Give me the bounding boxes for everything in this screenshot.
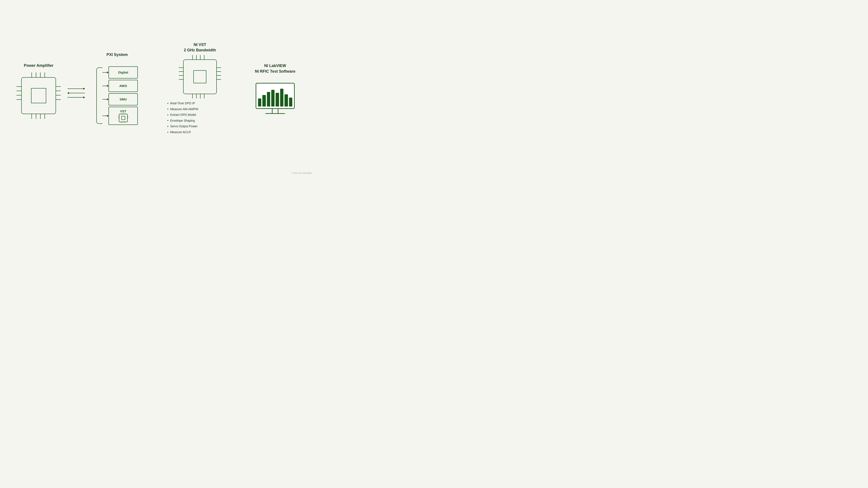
vst-pin-l2 [118, 118, 119, 118]
vst-bot-pin-2 [196, 94, 196, 98]
vst-pin-b3 [125, 122, 125, 123]
monitor-stand-top [272, 109, 278, 113]
bar-1 [258, 98, 261, 106]
ni-vst-section: NI VST 2 GHz Bandwidth [167, 42, 228, 135]
feature-extract-dpd: Extract DPD Model [167, 112, 198, 118]
vst-pin-b2 [123, 122, 123, 123]
pin-bot-4 [44, 114, 45, 119]
pin-right-2 [56, 91, 61, 91]
vst-bot-pin-3 [200, 94, 200, 98]
vst-right-pin-1 [217, 67, 221, 68]
pin-top-4 [44, 72, 45, 77]
vst-pin-t3 [125, 113, 125, 114]
bar-3 [267, 92, 270, 106]
pin-left-2 [17, 91, 21, 91]
module-row-awg: AWG [102, 80, 138, 92]
vst-left-pin-3 [179, 75, 183, 76]
pxi-system-section: PXI System Digital AWG [92, 52, 142, 125]
module-digital: Digital [108, 66, 138, 78]
vst-left-pin-4 [179, 79, 183, 79]
bar-8 [289, 98, 292, 106]
bar-2 [262, 95, 266, 106]
ni-vst-chip-wrapper [183, 59, 217, 95]
vst-pin-r2 [127, 118, 128, 118]
pin-right-4 [56, 99, 61, 100]
vst-right-pin-4 [217, 79, 221, 79]
bar-5 [276, 93, 279, 106]
vst-pin-l1 [118, 116, 119, 117]
pin-top-2 [36, 72, 36, 77]
vst-chip-icon [119, 114, 128, 122]
module-row-smu: SMU [102, 93, 138, 105]
arrow-pxi-to-pa [67, 89, 85, 98]
pin-right-1 [56, 86, 61, 87]
ni-labview-section: NI LabVIEW NI RFIC Test Software [251, 63, 299, 113]
vst-left-pin-2 [179, 71, 183, 72]
feature-list: Real-Time DPD IP Measure AM-AM/PM Extrac… [167, 100, 198, 135]
pin-left-4 [17, 99, 21, 100]
feature-servo-output: Servo Output Power [167, 123, 198, 129]
module-smu: SMU [108, 93, 138, 105]
vst-pin-t1 [121, 113, 122, 114]
pin-left-1 [17, 86, 21, 87]
pxi-container: Digital AWG SMU [96, 66, 138, 125]
power-amplifier-title: Power Amplifier [24, 63, 53, 68]
pin-bot-3 [40, 114, 40, 119]
module-awg: AWG [108, 80, 138, 92]
module-row-vst: VST [102, 107, 138, 125]
vst-chip-inner-box [193, 70, 206, 83]
vst-bot-pin-4 [204, 94, 205, 98]
vst-chip-inner [121, 116, 125, 120]
pxi-bracket [96, 67, 102, 124]
pxi-system-title: PXI System [106, 52, 128, 58]
module-row-digital: Digital [102, 66, 138, 78]
feature-am-am-pm: Measure AM-AM/PM [167, 106, 198, 112]
module-vst: VST [108, 107, 138, 125]
vst-top-pin-1 [192, 55, 193, 59]
bar-6 [280, 89, 283, 106]
vst-pin-b1 [121, 122, 122, 123]
vst-left-pin-1 [179, 67, 183, 68]
module-vst-label: VST [120, 109, 126, 113]
pin-right-3 [56, 95, 61, 95]
pin-top-3 [40, 72, 40, 77]
monitor-chart [256, 84, 294, 108]
vst-right-pin-2 [217, 71, 221, 72]
feature-envelope-shaping: Envelope Shaping [167, 118, 198, 124]
pin-top-1 [31, 72, 32, 77]
bar-4 [271, 90, 275, 106]
pxi-modules: Digital AWG SMU [102, 66, 138, 125]
vst-top-pin-3 [200, 55, 200, 59]
vst-right-pin-3 [217, 75, 221, 76]
pin-bot-1 [31, 114, 32, 119]
watermark: CSSH 和CSSH和AB [292, 172, 312, 175]
feature-dpd-ip: Real-Time DPD IP [167, 100, 198, 106]
chip-inner [31, 88, 46, 103]
monitor-screen-area [256, 83, 295, 109]
ni-vst-chip [183, 59, 217, 94]
monitor-stand-base [266, 113, 285, 114]
power-amplifier-section: Power Amplifier [17, 63, 60, 114]
bar-7 [284, 94, 288, 106]
power-amplifier-chip [21, 77, 56, 114]
ni-vst-title: NI VST 2 GHz Bandwidth [184, 42, 216, 53]
feature-measure-aclr: Measure ACLR [167, 129, 198, 135]
vst-top-pin-4 [204, 55, 205, 59]
monitor-wrapper [256, 83, 295, 114]
pin-left-3 [17, 95, 21, 95]
ni-labview-title: NI LabVIEW NI RFIC Test Software [255, 63, 296, 74]
vst-pin-t2 [123, 113, 123, 114]
vst-top-pin-2 [196, 55, 196, 59]
vst-bot-pin-1 [192, 94, 193, 98]
vst-pin-r1 [127, 116, 128, 117]
pin-bot-2 [36, 114, 36, 119]
